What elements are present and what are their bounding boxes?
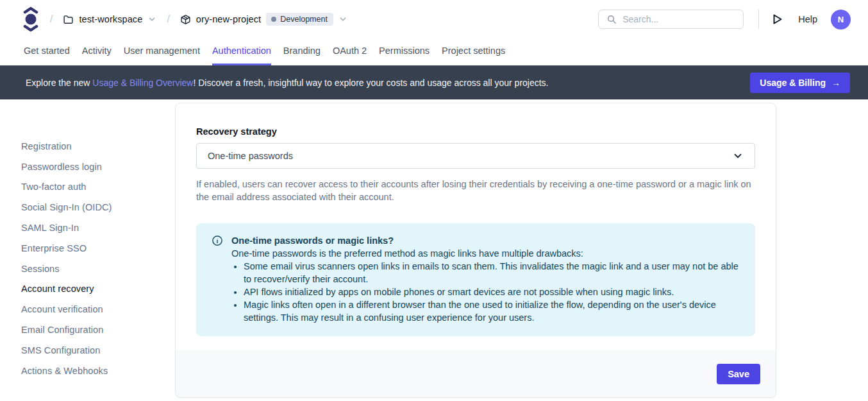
package-icon xyxy=(180,14,191,25)
tab-permissions[interactable]: Permissions xyxy=(379,38,430,65)
authentication-sidebar: Registration Passwordless login Two-fact… xyxy=(0,99,175,381)
info-box-bullet: API flows initialized by apps on mobile … xyxy=(244,286,740,298)
tab-activity[interactable]: Activity xyxy=(82,38,112,65)
usage-billing-overview-link[interactable]: Usage & Billing Overview xyxy=(92,78,193,88)
info-icon xyxy=(212,235,223,324)
sidebar-item-enterprise-sso[interactable]: Enterprise SSO xyxy=(21,238,175,259)
chevron-down-icon xyxy=(732,150,744,162)
workspace-name: test-workspace xyxy=(79,14,142,24)
sidebar-item-account-verification[interactable]: Account verification xyxy=(21,299,175,320)
tab-user-management[interactable]: User management xyxy=(124,38,200,65)
tab-oauth2[interactable]: OAuth 2 xyxy=(333,38,367,65)
sidebar-item-sms-configuration[interactable]: SMS Configuration xyxy=(21,340,175,361)
search-box[interactable] xyxy=(598,10,744,29)
arrow-right-icon: → xyxy=(831,78,840,88)
recovery-strategy-description: If enabled, users can recover access to … xyxy=(196,178,755,203)
recovery-strategy-select[interactable]: One-time passwords xyxy=(196,143,755,169)
card-body: Recovery strategy One-time passwords If … xyxy=(176,103,776,336)
banner-text: Explore the new Usage & Billing Overview… xyxy=(26,78,549,88)
usage-billing-banner: Explore the new Usage & Billing Overview… xyxy=(0,65,868,99)
help-link[interactable]: Help xyxy=(798,14,817,24)
topbar: / test-workspace / ory-new-project Devel… xyxy=(0,0,868,38)
info-box-content: One-time passwords or magic links? One-t… xyxy=(231,234,740,324)
environment-label: Development xyxy=(280,15,328,24)
save-button[interactable]: Save xyxy=(717,364,760,384)
project-name: ory-new-project xyxy=(196,14,261,24)
workspace-breadcrumb[interactable]: test-workspace xyxy=(63,14,156,25)
info-box-bullet: Magic links often open in a different br… xyxy=(244,298,740,324)
tab-project-settings[interactable]: Project settings xyxy=(442,38,505,65)
project-nav-tabs: Get started Activity User management Aut… xyxy=(0,38,868,65)
breadcrumb-separator: / xyxy=(167,13,169,25)
info-box: One-time passwords or magic links? One-t… xyxy=(196,223,755,336)
environment-dot-icon xyxy=(271,17,276,22)
folder-icon xyxy=(63,14,74,25)
sidebar-item-passwordless-login[interactable]: Passwordless login xyxy=(21,157,175,177)
recovery-strategy-label: Recovery strategy xyxy=(196,126,755,137)
recovery-strategy-value: One-time passwords xyxy=(208,151,732,161)
sidebar-item-account-recovery[interactable]: Account recovery xyxy=(21,279,175,300)
search-icon xyxy=(606,14,617,24)
banner-text-prefix: Explore the new xyxy=(26,78,92,88)
avatar-initial: N xyxy=(838,15,844,24)
play-icon[interactable] xyxy=(772,13,783,25)
account-recovery-card: Recovery strategy One-time passwords If … xyxy=(175,103,776,398)
tab-get-started[interactable]: Get started xyxy=(24,38,70,65)
usage-billing-button-label: Usage & Billing xyxy=(760,78,826,88)
info-box-bullet-list: Some email virus scanners open links in … xyxy=(244,260,740,324)
environment-badge: Development xyxy=(266,13,333,26)
sidebar-item-actions-webhooks[interactable]: Actions & Webhooks xyxy=(21,361,175,381)
topbar-divider xyxy=(758,10,759,29)
sidebar-item-registration[interactable]: Registration xyxy=(21,136,175,157)
chevron-down-icon xyxy=(147,15,156,24)
sidebar-item-saml-sign-in[interactable]: SAML Sign-In xyxy=(21,218,175,238)
chevron-down-icon xyxy=(338,15,347,24)
breadcrumb-separator: / xyxy=(50,13,53,25)
sidebar-item-email-configuration[interactable]: Email Configuration xyxy=(21,320,175,340)
tab-authentication[interactable]: Authentication xyxy=(212,38,271,65)
tab-branding[interactable]: Branding xyxy=(283,38,321,65)
banner-text-suffix: ! Discover a fresh, insightful way to ex… xyxy=(193,78,548,88)
sidebar-item-social-sign-in[interactable]: Social Sign-In (OIDC) xyxy=(21,197,175,218)
card-footer: Save xyxy=(176,350,776,397)
ory-logo-icon[interactable] xyxy=(22,7,40,31)
info-box-intro: One-time passwords is the preferred meth… xyxy=(231,247,740,260)
info-box-title: One-time passwords or magic links? xyxy=(231,234,740,247)
search-input[interactable] xyxy=(622,14,735,24)
content-area: Registration Passwordless login Two-fact… xyxy=(0,99,868,401)
sidebar-item-two-factor-auth[interactable]: Two-factor auth xyxy=(21,177,175,198)
sidebar-item-sessions[interactable]: Sessions xyxy=(21,259,175,279)
info-box-bullet: Some email virus scanners open links in … xyxy=(244,260,740,286)
usage-billing-button[interactable]: Usage & Billing → xyxy=(750,73,850,93)
avatar[interactable]: N xyxy=(831,10,851,30)
project-breadcrumb[interactable]: ory-new-project Development xyxy=(180,13,347,26)
